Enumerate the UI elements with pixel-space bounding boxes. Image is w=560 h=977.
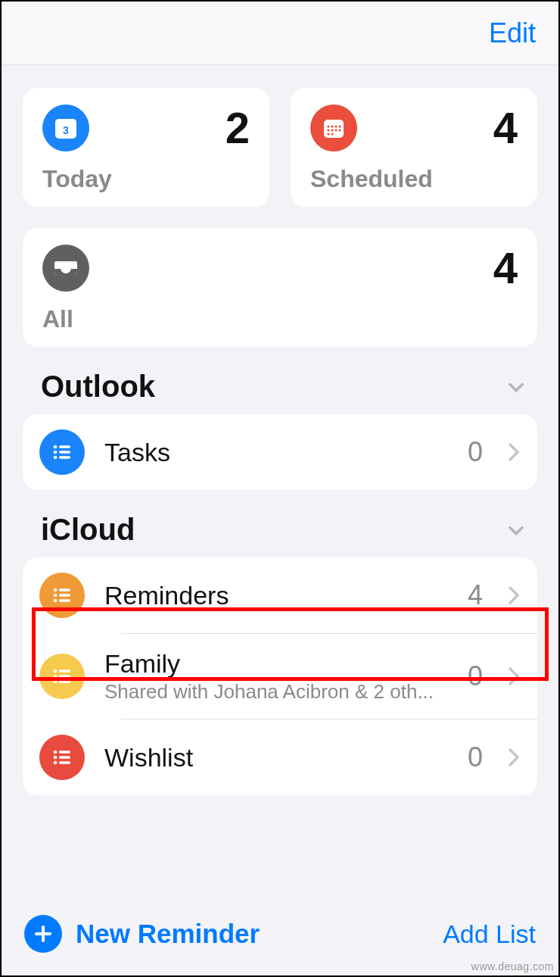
svg-text:3: 3 [63,124,69,136]
smart-card-today[interactable]: 3 2 Today [23,88,269,207]
svg-point-20 [54,588,58,592]
bullet-list-icon [49,582,75,608]
chevron-down-icon [506,520,527,541]
svg-point-10 [334,129,337,131]
smart-card-all[interactable]: 4 All [23,228,537,347]
svg-point-5 [331,125,333,127]
new-reminder-label: New Reminder [76,919,260,949]
calendar-scheduled-icon [310,105,357,151]
list-bullet-icon [39,654,85,699]
svg-rect-19 [59,456,70,458]
tray-icon [52,254,79,282]
svg-point-15 [54,451,58,454]
svg-point-16 [54,456,58,460]
svg-rect-17 [59,445,70,448]
row-count: 0 [468,660,483,692]
watermark: www.deuag.com [471,960,554,972]
row-count: 0 [468,741,483,773]
list-bullet-icon [39,573,85,618]
svg-point-13 [331,133,333,135]
svg-rect-31 [59,680,70,682]
today-label: Today [42,165,250,193]
svg-point-4 [327,125,329,127]
svg-point-14 [54,445,58,449]
svg-point-11 [338,129,341,131]
svg-point-7 [338,125,341,127]
chevron-right-icon [507,442,521,463]
svg-point-34 [54,761,58,765]
chevron-right-icon [507,747,521,768]
section-header-outlook[interactable]: Outlook [23,347,537,414]
svg-rect-29 [59,670,70,672]
svg-rect-35 [59,751,70,753]
row-subtitle: Shared with Johana Acibron & 2 oth... [104,680,448,704]
smart-card-scheduled[interactable]: 4 Scheduled [291,88,537,207]
svg-rect-3 [324,120,344,138]
inbox-all-icon [42,245,89,292]
main-content: 3 2 Today [2,65,558,795]
row-body: Reminders [104,581,448,610]
calendar-grid-icon [321,115,347,141]
card-top: 4 [310,105,518,151]
bullet-list-icon [49,663,75,689]
chevron-right-icon [507,666,521,687]
chevron-right-icon [507,585,521,606]
row-title: Wishlist [104,743,448,773]
calendar-icon: 3 [53,115,79,141]
row-title: Tasks [104,438,448,467]
svg-point-33 [54,756,58,760]
svg-rect-30 [59,675,70,677]
all-count: 4 [493,246,518,290]
row-body: Tasks [104,438,448,467]
list-bullet-icon [39,429,85,475]
list-row-tasks[interactable]: Tasks 0 [23,414,537,490]
list-row-reminders[interactable]: Reminders 4 [23,557,537,633]
today-count: 2 [226,106,250,150]
svg-rect-36 [59,756,70,758]
section-title: iCloud [41,513,135,547]
row-count: 0 [468,436,483,468]
plus-circle-icon [24,915,62,953]
new-reminder-button[interactable]: New Reminder [24,915,260,953]
svg-rect-37 [59,761,70,763]
plus-icon [33,923,54,944]
list-group-outlook: Tasks 0 [23,414,537,490]
svg-point-27 [54,675,58,679]
row-count: 4 [468,579,483,611]
scheduled-label: Scheduled [310,165,518,193]
card-top: 3 2 [42,105,250,151]
svg-point-9 [331,129,333,131]
bullet-list-icon [49,439,75,465]
chevron-down-icon [506,376,527,398]
row-title: Reminders [104,581,448,610]
svg-point-32 [54,751,58,754]
card-top: 4 [42,245,518,292]
list-bullet-icon [39,735,85,780]
svg-point-26 [54,670,58,673]
svg-point-22 [54,599,58,603]
edit-button[interactable]: Edit [489,17,536,49]
add-list-button[interactable]: Add List [443,919,536,949]
section-header-icloud[interactable]: iCloud [23,490,537,557]
svg-rect-25 [59,599,70,601]
section-title: Outlook [41,370,155,404]
svg-point-6 [334,125,337,127]
svg-point-8 [327,129,329,131]
svg-rect-23 [59,588,70,591]
row-body: Family Shared with Johana Acibron & 2 ot… [104,649,448,704]
svg-point-21 [54,594,58,598]
row-title: Family [104,649,448,679]
svg-rect-24 [59,594,70,596]
svg-point-28 [54,680,58,684]
smart-lists-grid: 3 2 Today [23,88,537,347]
all-label: All [42,305,518,333]
list-group-icloud: Reminders 4 Family Shared with Johana Ac… [23,557,537,795]
row-body: Wishlist [104,743,448,773]
svg-point-12 [327,133,329,135]
svg-rect-18 [59,451,70,453]
calendar-today-icon: 3 [42,105,89,151]
list-row-wishlist[interactable]: Wishlist 0 [23,719,537,795]
header-bar: Edit [2,2,558,65]
list-row-family[interactable]: Family Shared with Johana Acibron & 2 ot… [23,634,537,719]
scheduled-count: 4 [493,106,518,150]
